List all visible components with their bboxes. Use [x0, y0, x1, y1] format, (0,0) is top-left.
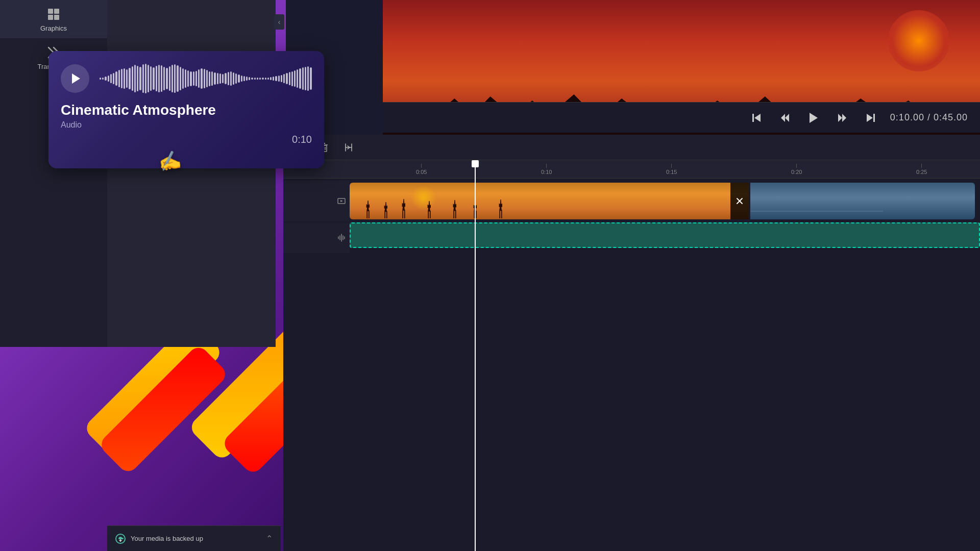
- hand-cursor-icon: ✍: [157, 148, 183, 173]
- giraffe-5: [452, 200, 458, 218]
- time-total: 0:45.00: [934, 112, 968, 122]
- svg-rect-4: [752, 114, 754, 122]
- backup-status-text: Your media is backed up: [131, 535, 261, 542]
- graphics-icon: [45, 6, 62, 22]
- audio-track-content[interactable]: [350, 222, 980, 253]
- graphics-label: Graphics: [40, 24, 67, 32]
- svg-rect-2: [48, 15, 53, 20]
- ruler-mark-0:10: 0:10: [541, 164, 552, 175]
- clip-sun-glow: [411, 185, 436, 211]
- sidebar-item-graphics[interactable]: Graphics: [0, 0, 107, 38]
- transport-bar: 0:10.00 / 0:45.00: [383, 102, 980, 133]
- timeline: 0:050:100:150:200:250:30: [283, 135, 980, 551]
- status-bar: Your media is backed up ⌃: [107, 525, 281, 551]
- video-clip-tertiary: [883, 183, 975, 219]
- video-track-label: [283, 181, 350, 221]
- play-pause-button[interactable]: [804, 109, 823, 127]
- audio-card-info: Cinematic Atmosphere Audio: [61, 102, 312, 130]
- skip-to-start-button[interactable]: [747, 109, 766, 127]
- audio-duration: 0:10: [292, 134, 312, 145]
- fast-forward-button[interactable]: [833, 109, 851, 127]
- backup-status-icon: [115, 534, 126, 544]
- ruler-mark-0:05: 0:05: [416, 164, 427, 175]
- status-expand-button[interactable]: ⌃: [266, 534, 273, 543]
- audio-card-header: [61, 63, 312, 94]
- time-display: 0:10.00 / 0:45.00: [890, 112, 968, 123]
- video-track-content[interactable]: [350, 181, 980, 221]
- audio-track-strip: [350, 222, 980, 248]
- audio-waveform: [100, 63, 312, 94]
- time-separator: /: [924, 112, 934, 122]
- audio-track: [283, 222, 980, 253]
- giraffe-2: [383, 202, 389, 218]
- audio-play-button[interactable]: [61, 64, 89, 93]
- clip-horizon: [750, 211, 884, 212]
- time-current: 0:10.00: [890, 112, 924, 122]
- track-area: [283, 179, 980, 525]
- audio-type: Audio: [61, 120, 312, 130]
- video-track: [283, 181, 980, 221]
- video-clip: [350, 183, 975, 219]
- timeline-ruler: 0:050:100:150:200:250:30: [283, 160, 980, 179]
- giraffe-7: [498, 199, 504, 218]
- giraffe-1: [365, 201, 371, 218]
- ruler-mark-0:25: 0:25: [916, 164, 927, 175]
- rewind-button[interactable]: [776, 109, 794, 127]
- ruler-mark-0:20: 0:20: [791, 164, 802, 175]
- audio-track-label: [283, 222, 350, 253]
- audio-title: Cinematic Atmosphere: [61, 102, 312, 118]
- svg-rect-3: [54, 15, 59, 20]
- svg-rect-5: [873, 114, 875, 122]
- giraffe-6: [472, 202, 478, 218]
- collapse-panel-button[interactable]: ‹: [274, 14, 284, 30]
- snap-button[interactable]: [340, 139, 357, 156]
- audio-card-bottom: 0:10: [61, 134, 312, 145]
- ruler-mark-0:15: 0:15: [666, 164, 677, 175]
- skip-to-end-button[interactable]: [862, 109, 880, 127]
- video-clip-main: [350, 183, 749, 219]
- giraffe-3: [401, 199, 407, 218]
- cut-indicator: [730, 183, 749, 219]
- svg-rect-0: [48, 9, 53, 14]
- video-clip-secondary: [750, 183, 884, 219]
- audio-card: Cinematic Atmosphere Audio 0:10: [48, 51, 324, 168]
- video-sun: [888, 10, 949, 71]
- ruler-marks: 0:050:100:150:200:250:30: [416, 160, 980, 178]
- svg-rect-1: [54, 9, 59, 14]
- timeline-toolbar: [283, 135, 980, 160]
